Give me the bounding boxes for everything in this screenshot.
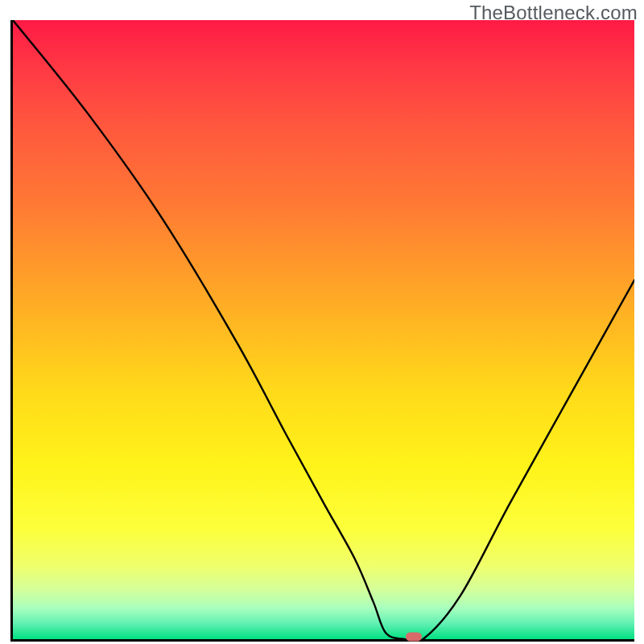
bottleneck-curve — [13, 20, 634, 639]
optimal-marker — [406, 633, 422, 642]
plot-area — [10, 20, 634, 642]
chart-container: TheBottleneck.com — [0, 0, 644, 644]
